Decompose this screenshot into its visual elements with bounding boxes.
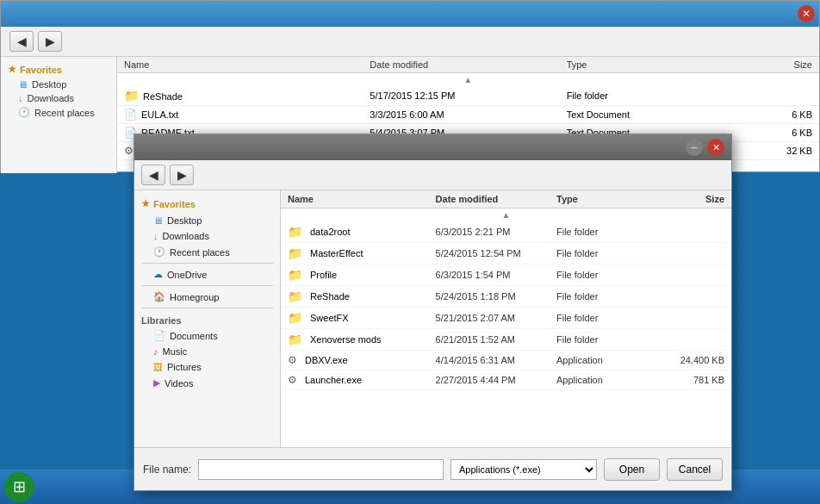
dialog-file-name-5: 📁Xenoverse mods	[288, 333, 436, 346]
dialog-table-header: Name Date modified Type Size	[281, 190, 731, 208]
dialog-file-date-0: 6/3/2015 2:21 PM	[436, 227, 556, 237]
dialog-file-type-6: Application	[556, 355, 657, 365]
file-icon-1: 📄	[124, 109, 137, 121]
bg-forward-button[interactable]: ▶	[38, 31, 62, 52]
dialog-file-date-4: 5/21/2015 2:07 AM	[436, 313, 556, 323]
dialog-file-name-6: ⚙DBXV.exe	[288, 354, 436, 366]
dialog-sidebar-documents[interactable]: 📄 Documents	[134, 327, 280, 344]
dialog-file-type-0: File folder	[556, 227, 657, 237]
dialog-file-type-4: File folder	[556, 313, 657, 323]
bg-favorites-title: ★ Favorites	[1, 61, 116, 78]
bg-table-header: Name Date modified Type Size	[117, 57, 819, 73]
dialog-file-size-6: 24,400 KB	[657, 355, 724, 365]
start-button[interactable]: ⊞	[4, 472, 34, 502]
sidebar-download-icon: ↓	[153, 231, 158, 241]
star-icon: ★	[8, 64, 16, 75]
dialog-file-date-2: 6/3/2015 1:54 PM	[436, 270, 556, 280]
recent-icon: 🕐	[18, 107, 30, 118]
dialog-file-date-3: 5/24/2015 1:18 PM	[436, 291, 556, 302]
dialog-file-row-4[interactable]: 📁SweetFX 5/21/2015 2:07 AM File folder	[281, 308, 731, 329]
bg-file-row-0[interactable]: 📁ReShade 5/17/2015 12:15 PM File folder	[117, 86, 819, 106]
bg-toolbar: ◀ ▶	[1, 27, 819, 57]
dialog-col-size: Size	[657, 194, 724, 204]
open-button[interactable]: Open	[604, 458, 660, 481]
dialog-back-button[interactable]: ◀	[141, 165, 165, 185]
dialog-forward-button[interactable]: ▶	[170, 165, 194, 185]
bg-file-name-1: 📄EULA.txt	[124, 109, 370, 121]
dialog-toolbar: ◀ ▶	[134, 160, 731, 190]
bg-col-size: Size	[714, 59, 812, 70]
app-icon-d7: ⚙	[288, 374, 297, 386]
bg-file-size-1: 6 KB	[714, 109, 812, 120]
folder-icon-d0: 📁	[288, 225, 302, 239]
filename-input[interactable]	[198, 459, 444, 480]
dialog-sidebar-downloads[interactable]: ↓ Downloads	[134, 228, 280, 244]
dialog-file-type-2: File folder	[556, 270, 657, 280]
dialog-sidebar-videos[interactable]: ▶ Videos	[134, 375, 280, 391]
dialog-file-row-6[interactable]: ⚙DBXV.exe 4/14/2015 6:31 AM Application …	[281, 351, 731, 370]
dialog-file-size-7: 781 KB	[657, 375, 724, 385]
cancel-button[interactable]: Cancel	[667, 458, 723, 481]
dialog-file-date-6: 4/14/2015 6:31 AM	[436, 355, 556, 365]
dialog-bottom-bar: File name: Applications (*.exe) Open Can…	[134, 447, 731, 490]
dialog-file-name-2: 📁Profile	[288, 268, 436, 282]
sidebar-videos-icon: ▶	[153, 377, 160, 389]
dialog-file-row-7[interactable]: ⚙Launcher.exe 2/27/2015 4:44 PM Applicat…	[281, 370, 731, 390]
app-icon-d6: ⚙	[288, 354, 297, 366]
sidebar-divider-3	[141, 308, 273, 308]
sidebar-desktop-icon: 🖥	[153, 215, 163, 226]
main-dialog: ─ ✕ ◀ ▶ ★ Favorites 🖥 Desktop ↓ Download…	[134, 134, 732, 491]
dialog-minimize-button[interactable]: ─	[686, 139, 703, 156]
dialog-col-date: Date modified	[436, 194, 556, 204]
dialog-col-type: Type	[556, 194, 657, 204]
dialog-close-button[interactable]: ✕	[707, 139, 724, 156]
dialog-file-row-0[interactable]: 📁data2root 6/3/2015 2:21 PM File folder	[281, 221, 731, 243]
download-icon: ↓	[18, 93, 23, 103]
bg-col-date: Date modified	[370, 59, 566, 70]
bg-sidebar-recent[interactable]: 🕐 Recent places	[1, 105, 116, 120]
dialog-sidebar-recent[interactable]: 🕐 Recent places	[134, 244, 280, 260]
filetype-select[interactable]: Applications (*.exe)	[450, 459, 597, 480]
file-icon-3: ⚙	[124, 145, 134, 157]
sidebar-recent-icon: 🕐	[153, 246, 165, 258]
dialog-file-row-5[interactable]: 📁Xenoverse mods 6/21/2015 1:52 AM File f…	[281, 329, 731, 351]
folder-icon-0: 📁	[124, 89, 139, 103]
dialog-content: Name Date modified Type Size ▲ 📁data2roo…	[281, 190, 731, 447]
dialog-sidebar-pictures[interactable]: 🖼 Pictures	[134, 359, 280, 375]
dialog-file-row-1[interactable]: 📁MasterEffect 5/24/2015 12:54 PM File fo…	[281, 243, 731, 264]
folder-icon-d1: 📁	[288, 246, 302, 260]
dialog-sidebar-onedrive[interactable]: ☁ OneDrive	[134, 266, 280, 283]
bg-file-type-0: File folder	[567, 90, 714, 101]
desktop-icon: 🖥	[18, 79, 28, 90]
bg-col-name: Name	[124, 59, 370, 70]
dialog-sidebar: ★ Favorites 🖥 Desktop ↓ Downloads 🕐 Rece…	[134, 190, 281, 447]
dialog-sidebar-desktop[interactable]: 🖥 Desktop	[134, 213, 280, 228]
dialog-file-name-1: 📁MasterEffect	[288, 246, 436, 260]
sidebar-docs-icon: 📄	[153, 330, 165, 341]
sidebar-music-icon: ♪	[153, 346, 158, 357]
sidebar-pictures-icon: 🖼	[153, 362, 163, 372]
dialog-sidebar-music[interactable]: ♪ Music	[134, 344, 280, 359]
bg-back-button[interactable]: ◀	[9, 31, 34, 52]
dialog-body: ★ Favorites 🖥 Desktop ↓ Downloads 🕐 Rece…	[134, 190, 731, 447]
bg-close-button[interactable]: ✕	[798, 5, 815, 22]
bg-file-date-1: 3/3/2015 6:00 AM	[370, 109, 566, 120]
dialog-file-date-1: 5/24/2015 12:54 PM	[436, 248, 556, 258]
dialog-file-name-3: 📁ReShade	[288, 289, 436, 303]
dialog-file-name-0: 📁data2root	[288, 225, 436, 239]
bg-file-name-0: 📁ReShade	[124, 89, 370, 103]
sidebar-homegroup-icon: 🏠	[153, 291, 165, 302]
dialog-favorites-title: ★ Favorites	[134, 195, 280, 213]
bg-file-date-0: 5/17/2015 12:15 PM	[370, 90, 566, 101]
dialog-col-name: Name	[288, 194, 436, 204]
folder-icon-d5: 📁	[288, 333, 302, 346]
bg-file-row-1[interactable]: 📄EULA.txt 3/3/2015 6:00 AM Text Document…	[117, 106, 819, 124]
dialog-sidebar-homegroup[interactable]: 🏠 Homegroup	[134, 289, 280, 305]
bg-sidebar-desktop[interactable]: 🖥 Desktop	[1, 78, 116, 91]
dialog-file-row-2[interactable]: 📁Profile 6/3/2015 1:54 PM File folder	[281, 264, 731, 286]
bg-col-type: Type	[567, 59, 714, 70]
dialog-file-row-3[interactable]: 📁ReShade 5/24/2015 1:18 PM File folder	[281, 286, 731, 308]
bg-sidebar: ★ Favorites 🖥 Desktop ↓ Downloads 🕐 Rece…	[1, 57, 117, 173]
bg-sidebar-downloads[interactable]: ↓ Downloads	[1, 91, 116, 105]
folder-icon-d3: 📁	[288, 289, 302, 303]
